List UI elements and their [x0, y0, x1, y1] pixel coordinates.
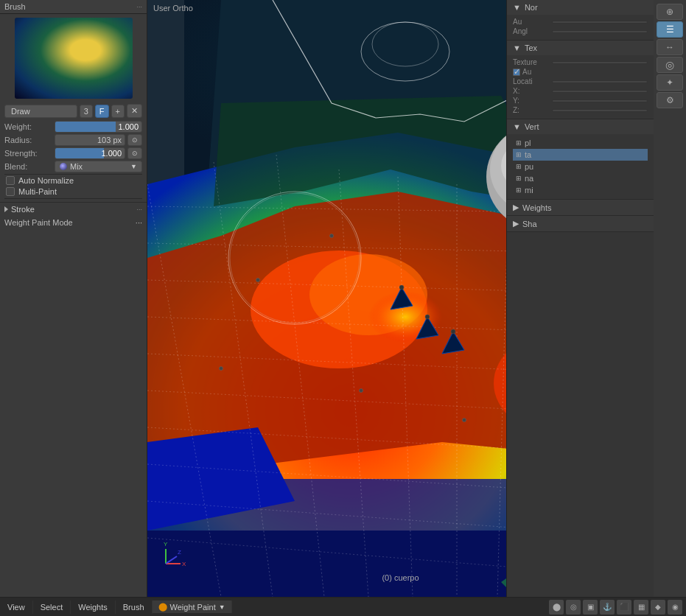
normal-expand-icon: ▼ — [513, 3, 521, 12]
vertex-expand-icon: ▼ — [513, 122, 521, 131]
z-value[interactable] — [552, 109, 648, 112]
bottom-icon-3[interactable]: ▣ — [583, 600, 598, 615]
multi-paint-checkbox[interactable] — [6, 187, 15, 196]
brush-menu-button[interactable]: Brush — [116, 601, 153, 614]
brush-add-button[interactable]: + — [111, 105, 125, 118]
stroke-menu-icon: ··· — [136, 206, 142, 213]
radius-value[interactable]: 103 px — [55, 134, 125, 146]
texture-row: Texture — [513, 58, 648, 66]
normal-section-content: Au Angl — [507, 15, 654, 40]
x-value[interactable] — [552, 90, 648, 93]
z-row: Z: — [513, 106, 648, 114]
mode-selector-label: Weight Paint — [170, 603, 216, 612]
normal-section-label: Nor — [525, 3, 538, 12]
vertex-item-pl[interactable]: ⊞ pl — [513, 137, 648, 149]
svg-line-52 — [166, 556, 177, 564]
normal-au-label: Au — [513, 18, 550, 26]
vertex-section-header[interactable]: ▼ Vert — [507, 119, 654, 134]
normal-section-header[interactable]: ▼ Nor — [507, 0, 654, 15]
weights-expand-icon: ▶ — [513, 203, 519, 212]
brush-number: 3 — [80, 105, 93, 118]
vertex-section: ▼ Vert ⊞ pl ⊞ ta ⊞ pu ⊞ na ⊞ mi — [507, 119, 654, 200]
vertex-section-label: Vert — [525, 122, 539, 131]
right-toolbar: ⊕ ☰ ↔ ◎ ✦ ⚙ — [654, 0, 686, 597]
x-row: X: — [513, 87, 648, 95]
normal-angl-value[interactable] — [552, 30, 648, 33]
svg-point-43 — [360, 389, 363, 393]
right-properties-panel: ▼ Nor Au Angl ▼ Tex Texture ✓ — [506, 0, 654, 597]
y-value[interactable] — [552, 99, 648, 102]
toolbar-icon-2[interactable]: ☰ — [657, 21, 683, 38]
mode-selector[interactable]: ⬤ Weight Paint ▼ — [153, 601, 232, 613]
texture-value[interactable] — [552, 61, 648, 64]
shading-section-header[interactable]: ▶ Sha — [507, 216, 654, 231]
vertex-mi-label: mi — [525, 186, 533, 195]
svg-text:Z: Z — [178, 549, 181, 556]
strength-row: Strength: 1.000 ⊙ — [4, 147, 142, 159]
texture-section-header[interactable]: ▼ Tex — [507, 41, 654, 55]
weight-slider[interactable]: 1.000 — [55, 121, 142, 133]
texture-expand-icon: ▼ — [513, 43, 521, 52]
viewport-gizmo: X Y Z — [155, 538, 192, 575]
bottom-right-icons: ⬤ ◎ ▣ ⚓ ⬛ ▦ ◆ ◉ — [545, 600, 686, 615]
bottom-icon-8[interactable]: ◉ — [668, 600, 682, 615]
multi-paint-row: Multi-Paint — [4, 187, 142, 196]
view-menu-button[interactable]: View — [0, 601, 33, 614]
bottom-icon-1[interactable]: ⬤ — [549, 600, 564, 615]
toolbar-icon-3[interactable]: ↔ — [657, 39, 683, 55]
mode-footer: Weight Paint Mode ··· — [0, 216, 147, 229]
toolbar-icon-4[interactable]: ◎ — [657, 57, 683, 73]
normal-section: ▼ Nor Au Angl — [507, 0, 654, 41]
bottom-icon-6[interactable]: ▦ — [634, 600, 648, 615]
viewport-label: User Ortho — [153, 4, 193, 13]
texture-au-checkbox[interactable]: ✓ — [513, 69, 520, 76]
coord-label: (0) cuerpo — [382, 573, 419, 582]
stroke-section-header[interactable]: Stroke ··· — [0, 202, 147, 216]
bottom-icon-7[interactable]: ◆ — [651, 600, 665, 615]
radius-icon-button[interactable]: ⊙ — [127, 134, 142, 146]
weights-section: ▶ Weights — [507, 200, 654, 216]
normal-angl-row: Angl — [513, 27, 648, 35]
z-label: Z: — [513, 106, 550, 114]
toolbar-icon-6[interactable]: ⚙ — [657, 92, 683, 108]
radius-row: Radius: 103 px ⊙ — [4, 134, 142, 146]
bottom-icon-2[interactable]: ◎ — [566, 600, 581, 615]
svg-point-34 — [425, 315, 430, 319]
texture-au-label: Au — [522, 68, 559, 76]
toolbar-icon-5[interactable]: ✦ — [657, 74, 683, 91]
normal-au-row: Au — [513, 18, 648, 26]
mode-menu-icon[interactable]: ··· — [136, 218, 142, 227]
bottom-icon-5[interactable]: ⬛ — [617, 600, 631, 615]
normal-au-value[interactable] — [552, 21, 648, 24]
brush-close-button[interactable]: ✕ — [127, 104, 142, 118]
vertex-na-label: na — [525, 174, 533, 183]
shading-section: ▶ Sha — [507, 216, 654, 232]
brush-preview — [15, 18, 133, 99]
x-label: X: — [513, 87, 550, 95]
mode-selector-chevron: ▼ — [219, 603, 225, 611]
texture-label: Texture — [513, 58, 550, 66]
blend-value[interactable]: Mix ▼ — [55, 161, 142, 172]
select-menu-button[interactable]: Select — [33, 601, 71, 614]
svg-text:X: X — [182, 561, 186, 567]
auto-normalize-checkbox[interactable] — [6, 176, 15, 185]
normal-angl-label: Angl — [513, 27, 550, 35]
bottom-icon-4[interactable]: ⚓ — [600, 600, 615, 615]
weights-menu-button[interactable]: Weights — [71, 601, 116, 614]
vertex-item-ta[interactable]: ⊞ ta — [513, 149, 648, 161]
vertex-item-mi[interactable]: ⊞ mi — [513, 184, 648, 196]
svg-point-35 — [451, 329, 455, 334]
vertex-item-pu[interactable]: ⊞ pu — [513, 161, 648, 172]
brush-f-button[interactable]: F — [95, 105, 109, 118]
divider-2 — [4, 198, 142, 199]
brush-type-label[interactable]: Draw — [4, 105, 77, 118]
vertex-item-na[interactable]: ⊞ na — [513, 172, 648, 184]
svg-point-42 — [463, 419, 466, 422]
toolbar-icon-1[interactable]: ⊕ — [657, 4, 683, 20]
strength-slider[interactable]: 1.000 — [55, 147, 125, 159]
auto-normalize-label: Auto Normalize — [18, 176, 74, 185]
locati-value[interactable] — [552, 80, 648, 83]
strength-icon-button[interactable]: ⊙ — [127, 147, 142, 159]
brush-section-header: Brush ··· — [0, 0, 147, 14]
weights-section-header[interactable]: ▶ Weights — [507, 200, 654, 215]
